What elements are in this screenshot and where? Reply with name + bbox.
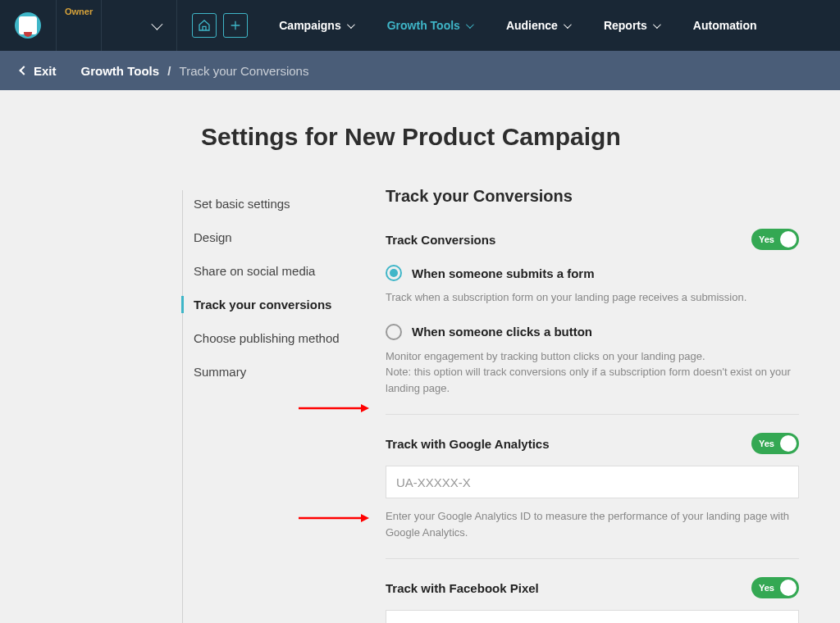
avatar[interactable] <box>15 12 41 39</box>
chevron-down-icon <box>152 19 163 30</box>
nav-reports-label: Reports <box>604 19 647 32</box>
nav-audience-label: Audience <box>506 19 558 32</box>
google-analytics-input[interactable] <box>386 466 799 498</box>
step-design[interactable]: Design <box>182 221 377 254</box>
breadcrumb-sep: / <box>167 64 171 78</box>
content-area: Track your Conversions Track Conversions… <box>377 187 840 623</box>
page-title: Settings for New Product Campaign <box>201 123 840 151</box>
annotation-arrow <box>299 512 364 519</box>
step-publishing-method[interactable]: Choose publishing method <box>182 321 377 355</box>
step-summary[interactable]: Summary <box>182 355 377 389</box>
radio-clicks-button-label: When someone clicks a button <box>412 325 592 339</box>
track-conversions-label: Track Conversions <box>386 233 495 247</box>
step-basic-settings[interactable]: Set basic settings <box>182 187 377 221</box>
nav-automation-label: Automation <box>693 19 757 32</box>
step-track-conversions[interactable]: Track your conversions <box>182 288 377 321</box>
facebook-pixel-input[interactable] <box>386 610 799 623</box>
annotation-arrow <box>299 402 364 409</box>
chevron-down-icon <box>347 20 355 29</box>
exit-label: Exit <box>34 64 57 78</box>
chevron-down-icon <box>466 20 474 29</box>
exit-button[interactable]: Exit <box>21 64 57 78</box>
section-title: Track your Conversions <box>386 187 799 206</box>
nav-growth-tools-label: Growth Tools <box>387 19 460 32</box>
facebook-pixel-toggle[interactable]: Yes <box>751 577 799 598</box>
toggle-yes-label: Yes <box>759 234 774 244</box>
step-share-social[interactable]: Share on social media <box>182 254 377 288</box>
account-dropdown[interactable] <box>101 0 176 51</box>
nav-automation[interactable]: Automation <box>693 19 757 32</box>
google-analytics-help: Enter your Google Analytics ID to measur… <box>386 508 799 540</box>
divider <box>386 558 799 559</box>
nav-audience[interactable]: Audience <box>506 19 569 32</box>
nav-reports[interactable]: Reports <box>604 19 659 32</box>
radio-clicks-button-help: Monitor engagement by tracking button cl… <box>386 348 799 397</box>
nav-campaigns[interactable]: Campaigns <box>279 19 352 32</box>
chevron-down-icon <box>653 20 661 29</box>
svg-marker-1 <box>361 404 369 412</box>
add-button[interactable] <box>223 13 248 38</box>
svg-marker-3 <box>361 514 369 522</box>
google-analytics-toggle[interactable]: Yes <box>751 433 799 454</box>
home-button[interactable] <box>192 13 217 38</box>
breadcrumb-root[interactable]: Growth Tools <box>81 64 160 78</box>
top-nav: Owner Campaigns Growth Tools Audience Re… <box>0 0 840 51</box>
breadcrumb-tail: Track your Conversions <box>180 64 309 78</box>
nav-growth-tools[interactable]: Growth Tools <box>387 19 472 32</box>
radio-submits-form-help: Track when a subscription form on your l… <box>386 289 799 306</box>
owner-badge: Owner <box>56 0 101 51</box>
chevron-down-icon <box>564 20 572 29</box>
nav-campaigns-label: Campaigns <box>279 19 340 32</box>
divider <box>386 414 799 415</box>
facebook-pixel-label: Track with Facebook Pixel <box>386 581 539 595</box>
breadcrumb: Growth Tools / Track your Conversions <box>81 64 309 78</box>
radio-clicks-button[interactable] <box>386 324 402 340</box>
google-analytics-label: Track with Google Analytics <box>386 437 550 451</box>
toggle-yes-label: Yes <box>759 583 774 593</box>
track-conversions-toggle[interactable]: Yes <box>751 229 799 250</box>
toggle-yes-label: Yes <box>759 439 774 448</box>
sub-nav: Exit Growth Tools / Track your Conversio… <box>0 51 840 90</box>
radio-submits-form-label: When someone submits a form <box>412 266 595 280</box>
arrow-left-icon <box>19 66 28 75</box>
radio-submits-form[interactable] <box>386 265 402 281</box>
